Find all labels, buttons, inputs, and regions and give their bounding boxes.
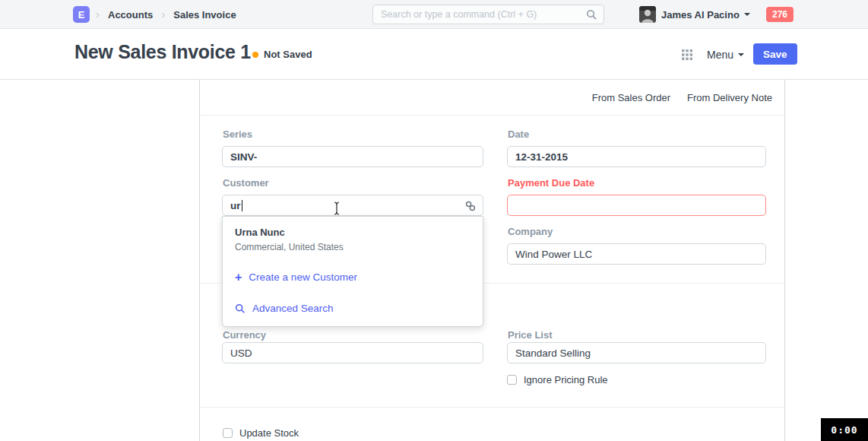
advanced-search-label: Advanced Search <box>252 303 334 314</box>
date-label: Date <box>508 128 529 140</box>
form-toolbar: From Sales Order From Delivery Note <box>200 80 784 116</box>
menu-button[interactable]: Menu <box>707 29 744 80</box>
dropdown-result-title[interactable]: Urna Nunc <box>235 227 285 238</box>
section-divider <box>200 407 784 408</box>
navbar: E › Accounts › Sales Invoice James Al Pa… <box>0 0 868 29</box>
payment-due-date-label: Payment Due Date <box>508 177 594 189</box>
avatar[interactable] <box>639 6 656 23</box>
update-stock-checkbox[interactable] <box>223 428 233 438</box>
grid-icon[interactable] <box>682 49 692 60</box>
menu-label: Menu <box>707 49 733 61</box>
user-menu[interactable]: James Al Pacino <box>661 0 750 29</box>
update-stock-checkbox-row[interactable]: Update Stock <box>223 427 299 439</box>
avatar-photo <box>639 6 656 23</box>
currency-input[interactable] <box>222 342 483 363</box>
notification-badge[interactable]: 276 <box>766 7 794 22</box>
price-list-label: Price List <box>508 329 553 341</box>
page-title: New Sales Invoice 1 <box>74 41 251 63</box>
currency-label: Currency <box>223 329 266 341</box>
not-saved-dot-icon <box>252 52 258 58</box>
ibeam-cursor <box>331 201 342 216</box>
status-text: Not Saved <box>264 49 312 60</box>
text-caret <box>242 200 243 211</box>
price-list-input[interactable] <box>507 342 766 363</box>
status-indicator: Not Saved <box>252 29 312 80</box>
customer-input[interactable]: ur <box>222 195 483 216</box>
create-new-customer-option[interactable]: + Create a new Customer <box>235 271 357 283</box>
link-icon[interactable] <box>465 201 476 211</box>
update-stock-label: Update Stock <box>239 427 299 439</box>
breadcrumb-accounts[interactable]: Accounts <box>108 9 153 21</box>
user-name: James Al Pacino <box>661 9 740 21</box>
payment-due-date-input[interactable] <box>507 195 766 216</box>
plus-icon: + <box>235 272 242 283</box>
from-delivery-note-link[interactable]: From Delivery Note <box>687 92 772 103</box>
breadcrumb: › Accounts › Sales Invoice <box>96 0 236 29</box>
app-logo[interactable]: E <box>73 6 90 23</box>
breadcrumb-sales-invoice[interactable]: Sales Invoice <box>173 9 236 21</box>
create-new-customer-label: Create a new Customer <box>249 271 357 283</box>
ignore-pricing-rule-label: Ignore Pricing Rule <box>524 374 608 385</box>
search-icon[interactable] <box>586 9 597 21</box>
save-button[interactable]: Save <box>753 43 797 65</box>
ignore-pricing-rule-checkbox-row[interactable]: Ignore Pricing Rule <box>507 374 608 385</box>
date-input[interactable] <box>507 146 766 167</box>
form-panel: From Sales Order From Delivery Note Seri… <box>199 80 785 441</box>
customer-label: Customer <box>223 177 269 189</box>
advanced-search-option[interactable]: Advanced Search <box>235 303 334 314</box>
company-input[interactable] <box>507 243 766 265</box>
customer-autocomplete-dropdown: Urna Nunc Commercial, United States + Cr… <box>222 216 483 327</box>
ignore-pricing-rule-checkbox[interactable] <box>507 375 517 385</box>
series-input[interactable] <box>222 146 483 167</box>
search-icon <box>235 303 246 314</box>
page-head: New Sales Invoice 1 Not Saved Menu Save <box>0 29 868 80</box>
dropdown-result-description: Commercial, United States <box>235 242 344 252</box>
customer-typed-text: ur <box>230 200 241 211</box>
timer-overlay: 0:00 <box>821 418 868 441</box>
from-sales-order-link[interactable]: From Sales Order <box>592 92 670 103</box>
company-label: Company <box>508 226 553 237</box>
series-label: Series <box>223 128 252 140</box>
caret-down-icon <box>744 13 750 16</box>
breadcrumb-chevron-icon: › <box>96 8 100 21</box>
search-input[interactable] <box>381 5 582 24</box>
caret-down-icon <box>738 53 744 56</box>
breadcrumb-chevron-icon: › <box>161 8 165 21</box>
global-search <box>372 5 604 24</box>
